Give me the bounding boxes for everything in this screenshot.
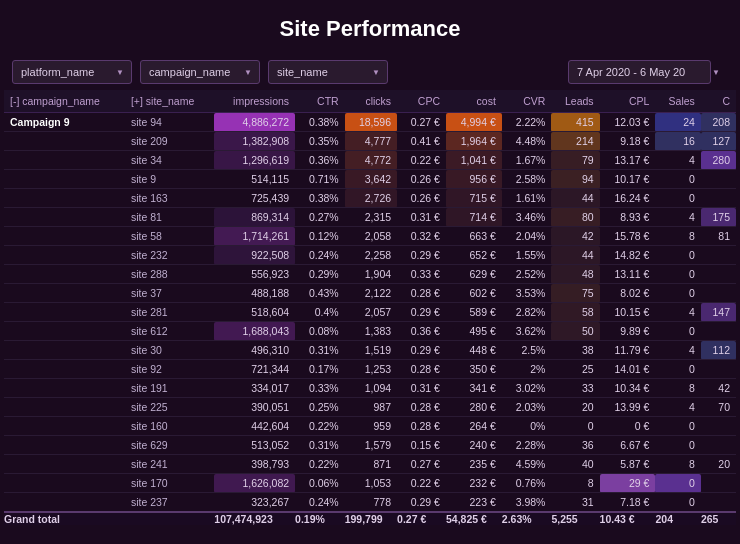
date-filter[interactable]: 7 Apr 2020 - 6 May 20 [568,60,711,84]
ctr-cell: 0.24% [295,246,345,265]
cpc-cell: 0.22 € [397,151,446,170]
table-row: site 92721,3440.17%1,2530.28 €350 €2%251… [4,360,736,379]
page-title: Site Performance [0,0,740,54]
campaign-name-cell: Campaign 9 [4,113,125,132]
impressions-cell: 556,923 [214,265,295,284]
cpc-cell: 0.33 € [397,265,446,284]
cpl-cell: 0 € [600,417,656,436]
cost-cell: 232 € [446,474,502,493]
sales-cell: 0 [655,189,700,208]
table-row: site 163725,4390.38%2,7260.26 €715 €1.61… [4,189,736,208]
col-header-campaign[interactable]: [-] campaign_name [4,90,125,113]
cpl-cell: 10.15 € [600,303,656,322]
cvr-cell: 2.03% [502,398,552,417]
table-row: site 281518,6040.4%2,0570.29 €589 €2.82%… [4,303,736,322]
col-header-site[interactable]: [+] site_name [125,90,214,113]
c-cell: 208 [701,113,736,132]
grand-total-label: Grand total [4,512,125,525]
leads-cell: 31 [551,493,599,513]
site-filter[interactable]: site_name [268,60,388,84]
impressions-cell: 390,051 [214,398,295,417]
c-cell [701,265,736,284]
cvr-cell: 3.53% [502,284,552,303]
col-header-cvr[interactable]: CVR [502,90,552,113]
site-name-cell: site 191 [125,379,214,398]
leads-cell: 8 [551,474,599,493]
platform-filter[interactable]: platform_name [12,60,132,84]
impressions-cell: 488,188 [214,284,295,303]
campaign-filter[interactable]: campaign_name [140,60,260,84]
cost-cell: 341 € [446,379,502,398]
grand-total-row: Grand total 107,474,923 0.19% 199,799 0.… [4,512,736,525]
clicks-cell: 1,253 [345,360,397,379]
c-cell [701,417,736,436]
ctr-cell: 0.71% [295,170,345,189]
cpl-cell: 15.78 € [600,227,656,246]
c-cell [701,170,736,189]
leads-cell: 48 [551,265,599,284]
ctr-cell: 0.12% [295,227,345,246]
platform-filter-wrapper: platform_name [12,60,132,84]
impressions-cell: 922,508 [214,246,295,265]
cpl-cell: 12.03 € [600,113,656,132]
site-name-cell: site 58 [125,227,214,246]
cpl-cell: 16.24 € [600,189,656,208]
col-header-impressions[interactable]: impressions [214,90,295,113]
impressions-cell: 1,688,043 [214,322,295,341]
cvr-cell: 1.55% [502,246,552,265]
campaign-name-cell [4,208,125,227]
c-cell [701,322,736,341]
clicks-cell: 2,726 [345,189,397,208]
cpl-cell: 9.89 € [600,322,656,341]
ctr-cell: 0.22% [295,417,345,436]
cvr-cell: 4.48% [502,132,552,151]
table-container: [-] campaign_name [+] site_name impressi… [0,90,740,525]
impressions-cell: 4,886,272 [214,113,295,132]
cvr-cell: 1.61% [502,189,552,208]
clicks-cell: 2,057 [345,303,397,322]
leads-cell: 0 [551,417,599,436]
site-name-cell: site 241 [125,455,214,474]
table-row: site 37488,1880.43%2,1220.28 €602 €3.53%… [4,284,736,303]
campaign-name-cell [4,265,125,284]
cvr-cell: 2.04% [502,227,552,246]
clicks-cell: 959 [345,417,397,436]
impressions-cell: 1,296,619 [214,151,295,170]
sales-cell: 4 [655,208,700,227]
ctr-cell: 0.17% [295,360,345,379]
c-cell [701,360,736,379]
cpc-cell: 0.31 € [397,379,446,398]
cvr-cell: 3.62% [502,322,552,341]
grand-total-c: 265 [701,512,736,525]
leads-cell: 94 [551,170,599,189]
ctr-cell: 0.43% [295,284,345,303]
ctr-cell: 0.31% [295,436,345,455]
grand-total-leads: 5,255 [551,512,599,525]
campaign-name-cell [4,360,125,379]
site-name-cell: site 225 [125,398,214,417]
ctr-cell: 0.08% [295,322,345,341]
col-header-sales[interactable]: Sales [655,90,700,113]
sales-cell: 24 [655,113,700,132]
site-name-cell: site 629 [125,436,214,455]
table-row: site 6121,688,0430.08%1,3830.36 €495 €3.… [4,322,736,341]
leads-cell: 44 [551,189,599,208]
leads-cell: 214 [551,132,599,151]
col-header-clicks[interactable]: clicks [345,90,397,113]
clicks-cell: 1,053 [345,474,397,493]
table-row: site 191334,0170.33%1,0940.31 €341 €3.02… [4,379,736,398]
cost-cell: 280 € [446,398,502,417]
col-header-c[interactable]: C [701,90,736,113]
c-cell [701,246,736,265]
campaign-name-cell [4,322,125,341]
col-header-leads[interactable]: Leads [551,90,599,113]
impressions-cell: 513,052 [214,436,295,455]
sales-cell: 8 [655,455,700,474]
col-header-cost[interactable]: cost [446,90,502,113]
col-header-ctr[interactable]: CTR [295,90,345,113]
col-header-cpl[interactable]: CPL [600,90,656,113]
site-name-cell: site 163 [125,189,214,208]
site-name-cell: site 288 [125,265,214,284]
cost-cell: 663 € [446,227,502,246]
col-header-cpc[interactable]: CPC [397,90,446,113]
